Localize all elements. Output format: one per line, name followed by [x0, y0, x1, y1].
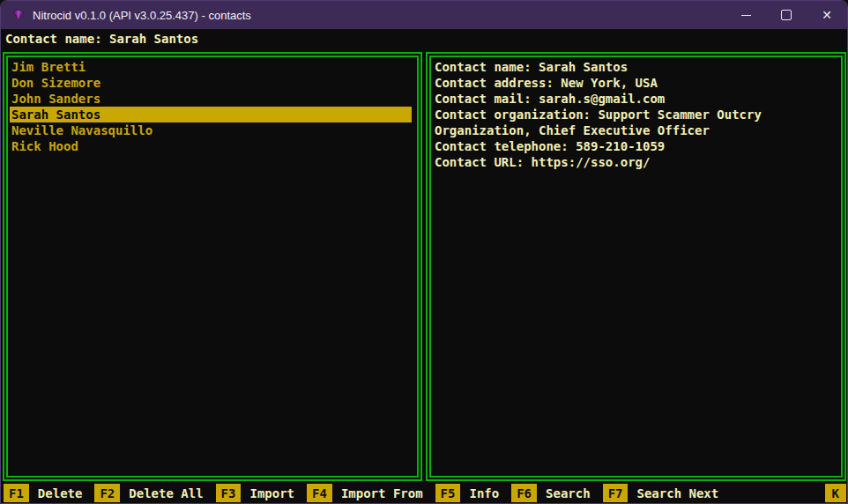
key-label: Delete	[38, 484, 83, 502]
keybinding-f1[interactable]: F1Delete	[4, 484, 82, 502]
contact-list-item[interactable]: Rick Hood	[10, 138, 412, 154]
contact-list-item[interactable]: John Sanders	[10, 91, 412, 107]
key-badge: F2	[94, 484, 120, 502]
contact-details: Contact name: Sarah SantosContact addres…	[431, 57, 841, 170]
key-label: Import From	[341, 484, 423, 502]
key-badge: F1	[4, 484, 29, 502]
window-title: Nitrocid v0.1.0 (API v3.0.25.437) - cont…	[33, 9, 251, 22]
minimize-button[interactable]	[725, 1, 766, 29]
key-label: Delete All	[129, 484, 203, 502]
key-label: Search	[546, 484, 591, 502]
keybinding-f7[interactable]: F7Search Next	[603, 484, 719, 502]
key-badge: K	[825, 484, 846, 502]
key-badge: F4	[307, 484, 332, 502]
contact-list-item[interactable]: Don Sizemore	[10, 75, 412, 91]
contact-detail-line: Contact mail: sarah.s@gmail.com	[433, 91, 841, 107]
key-badge: F3	[216, 484, 242, 502]
keybinding-f2[interactable]: F2Delete All	[94, 484, 203, 502]
contact-list-item[interactable]: Neville Navasquillo	[10, 122, 412, 138]
maximize-button[interactable]	[766, 1, 807, 29]
maximize-icon	[781, 10, 792, 20]
keybinding-f5[interactable]: F5Info	[435, 484, 500, 502]
contact-details-panel: Contact name: Sarah SantosContact addres…	[426, 52, 846, 481]
key-label: Info	[469, 484, 499, 502]
status-bar: F1DeleteF2Delete AllF3ImportF4Import Fro…	[2, 484, 846, 502]
close-button[interactable]: ✕	[807, 1, 847, 29]
key-label: Search Next	[636, 484, 718, 502]
key-label: Import	[249, 484, 294, 502]
app-window: Nitrocid v0.1.0 (API v3.0.25.437) - cont…	[0, 0, 848, 504]
contact-list-item[interactable]: Jim Bretti	[10, 59, 412, 75]
contact-name-header: Contact name: Sarah Santos	[2, 29, 846, 52]
keybinding-f3[interactable]: F3Import	[216, 484, 294, 502]
nitrocid-logo-icon	[11, 8, 26, 22]
keybinding-f4[interactable]: F4Import From	[307, 484, 423, 502]
window-controls: ✕	[725, 1, 847, 29]
keybinding-k[interactable]: K	[825, 484, 846, 502]
minimize-icon	[741, 15, 751, 16]
contact-detail-line: Organization, Chief Executive Officer	[433, 122, 841, 138]
contact-detail-line: Contact address: New York, USA	[433, 75, 841, 91]
contact-list: Jim BrettiDon SizemoreJohn SandersSarah …	[8, 57, 417, 154]
key-badge: F5	[435, 484, 461, 502]
keybinding-f6[interactable]: F6Search	[511, 484, 590, 502]
key-badge: F6	[511, 484, 537, 502]
contact-detail-line: Contact URL: https://sso.org/	[433, 154, 841, 170]
contact-detail-line: Contact telephone: 589-210-1059	[433, 138, 841, 154]
contact-list-item[interactable]: Sarah Santos	[10, 107, 412, 122]
key-badge: F7	[603, 484, 629, 502]
contact-list-panel[interactable]: Jim BrettiDon SizemoreJohn SandersSarah …	[3, 52, 422, 481]
close-icon: ✕	[822, 9, 832, 21]
contact-detail-line: Contact organization: Support Scammer Ou…	[433, 107, 841, 122]
contact-detail-line: Contact name: Sarah Santos	[433, 59, 841, 75]
titlebar: Nitrocid v0.1.0 (API v3.0.25.437) - cont…	[1, 1, 847, 29]
